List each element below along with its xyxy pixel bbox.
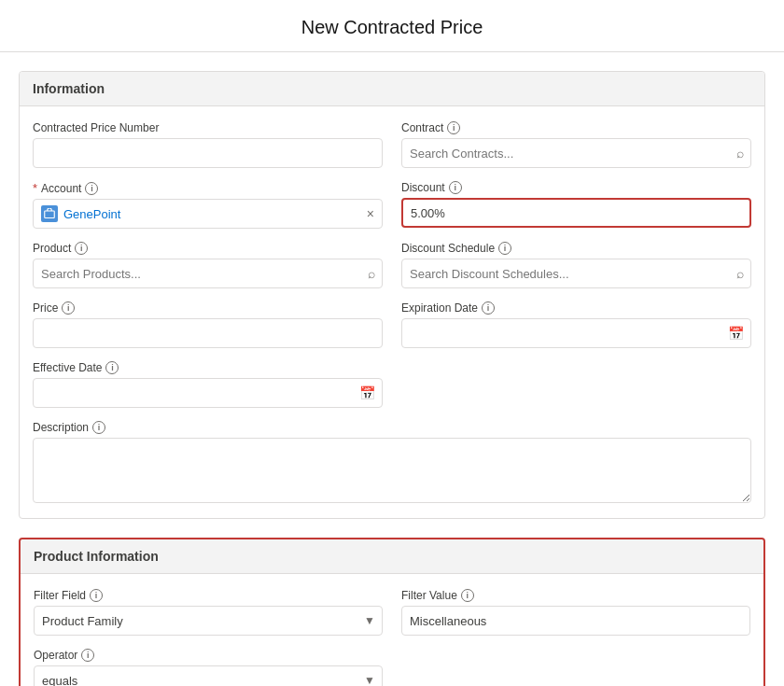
contract-field: Contract i ⌕ <box>401 121 751 168</box>
price-label: Price i <box>33 301 383 315</box>
svg-rect-0 <box>45 211 55 218</box>
expiration-date-info-icon: i <box>482 301 495 315</box>
information-section: Information Contracted Price Number Cont… <box>19 71 765 519</box>
discount-schedule-info-icon: i <box>498 242 511 255</box>
expiration-date-wrapper: 📅 <box>401 318 751 348</box>
filter-field-field: Filter Field i Product Family Product Ca… <box>34 589 383 636</box>
information-section-header: Information <box>20 72 764 106</box>
price-input[interactable] <box>33 318 383 348</box>
price-info-icon: i <box>62 301 75 315</box>
operator-select[interactable]: equals not equals contains <box>34 665 383 686</box>
filter-value-info-icon: i <box>461 589 474 602</box>
effective-date-wrapper: 📅 <box>33 378 383 408</box>
account-type-icon <box>41 205 58 222</box>
contract-search-input[interactable] <box>401 138 751 168</box>
product-input-wrapper: ⌕ <box>33 259 383 288</box>
description-textarea[interactable] <box>33 438 751 503</box>
discount-label: Discount i <box>401 181 751 194</box>
contracted-price-number-input[interactable] <box>33 138 383 168</box>
contracted-price-number-field: Contracted Price Number <box>33 121 383 168</box>
discount-schedule-wrapper: ⌕ <box>401 259 751 288</box>
discount-schedule-field: Discount Schedule i ⌕ <box>401 242 751 288</box>
contract-info-icon: i <box>447 121 460 134</box>
filter-value-label: Filter Value i <box>401 589 750 602</box>
account-info-icon: i <box>85 182 98 195</box>
filter-field-info-icon: i <box>90 589 103 602</box>
account-label: * Account i <box>33 181 383 195</box>
expiration-date-input[interactable] <box>401 318 751 348</box>
discount-field: Discount i <box>401 181 751 229</box>
page-title: New Contracted Price <box>0 0 784 52</box>
operator-label: Operator i <box>34 649 383 662</box>
description-label: Description i <box>33 421 751 434</box>
product-information-section-header: Product Information <box>21 539 763 574</box>
operator-field: Operator i equals not equals contains ▼ <box>34 649 383 686</box>
effective-date-input[interactable] <box>33 378 383 408</box>
description-info-icon: i <box>92 421 105 434</box>
effective-date-field: Effective Date i 📅 <box>33 361 383 408</box>
filter-value-input[interactable] <box>401 606 750 636</box>
account-field: * Account i GenePoint × <box>33 181 383 229</box>
product-info-icon: i <box>75 242 88 255</box>
effective-date-label: Effective Date i <box>33 361 383 374</box>
operator-select-wrapper: equals not equals contains ▼ <box>34 665 383 686</box>
discount-input-wrapper <box>401 198 751 228</box>
filter-field-select[interactable]: Product Family Product Category <box>34 606 383 636</box>
account-input-wrapper[interactable]: GenePoint × <box>33 199 383 229</box>
discount-schedule-label: Discount Schedule i <box>401 242 751 255</box>
operator-info-icon: i <box>81 649 94 662</box>
description-field: Description i <box>33 421 751 503</box>
product-information-section: Product Information Filter Field i Produ… <box>19 538 765 686</box>
contract-label: Contract i <box>401 121 751 134</box>
filter-value-field: Filter Value i <box>401 589 750 636</box>
expiration-date-label: Expiration Date i <box>401 301 751 315</box>
product-field: Product i ⌕ <box>33 242 383 288</box>
expiration-date-field: Expiration Date i 📅 <box>401 301 751 348</box>
effective-date-info-icon: i <box>105 361 119 374</box>
account-value: GenePoint <box>63 207 367 221</box>
product-search-input[interactable] <box>33 259 383 288</box>
product-label: Product i <box>33 242 383 255</box>
filter-field-label: Filter Field i <box>34 589 383 602</box>
discount-input[interactable] <box>411 203 742 222</box>
filter-field-select-wrapper: Product Family Product Category ▼ <box>34 606 383 636</box>
account-clear-icon[interactable]: × <box>367 206 374 221</box>
contracted-price-number-label: Contracted Price Number <box>33 121 383 134</box>
discount-schedule-search-input[interactable] <box>401 259 751 288</box>
price-field: Price i <box>33 301 383 348</box>
contract-input-wrapper: ⌕ <box>401 138 751 168</box>
discount-info-icon: i <box>449 181 462 194</box>
